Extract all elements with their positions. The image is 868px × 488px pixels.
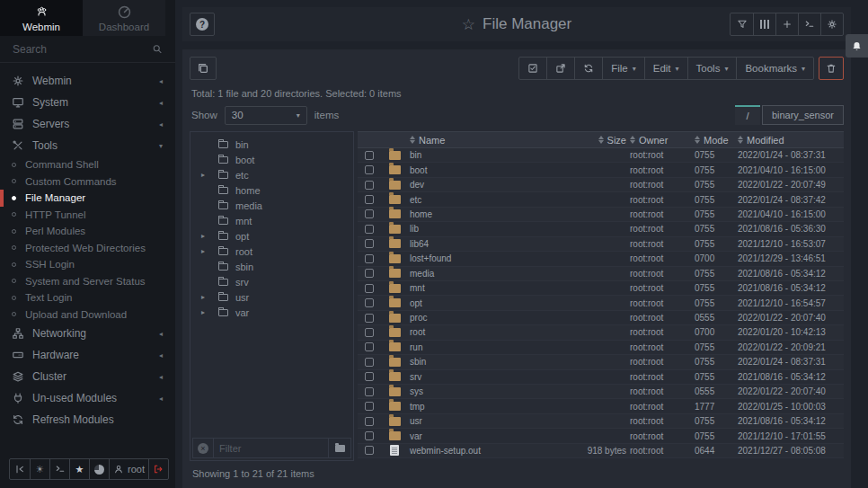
row-checkbox[interactable] <box>365 254 374 263</box>
favorites-button[interactable]: ★ <box>69 459 89 479</box>
refresh-button[interactable] <box>574 58 602 79</box>
file-name[interactable]: media <box>408 269 545 279</box>
search-input[interactable] <box>13 43 152 56</box>
row-checkbox[interactable] <box>365 417 374 426</box>
collapse-sidebar-button[interactable] <box>10 459 30 479</box>
tree-item[interactable]: ▸ usr <box>190 289 353 305</box>
sidebar-category[interactable]: Webmin ◂ <box>0 70 175 92</box>
sidebar-category[interactable]: Hardware ◂ <box>0 344 175 366</box>
tree-item[interactable]: srv <box>190 274 353 289</box>
sidebar-category[interactable]: System ◂ <box>0 92 175 113</box>
tree-item[interactable]: home <box>190 182 353 198</box>
row-checkbox[interactable] <box>365 181 374 190</box>
tab-webmin[interactable]: Webmin <box>0 0 83 36</box>
filter-input[interactable] <box>214 443 328 454</box>
table-row[interactable]: opt root:root 0755 2021/12/10 - 16:54:57 <box>358 296 844 310</box>
file-name[interactable]: var <box>408 431 545 441</box>
column-size[interactable]: Size <box>545 135 628 146</box>
theme-button[interactable]: ☀ <box>30 459 49 479</box>
table-row[interactable]: lib root:root 0755 2021/08/16 - 05:36:30 <box>358 222 844 236</box>
file-name[interactable]: etc <box>408 195 545 205</box>
row-checkbox[interactable] <box>365 269 374 278</box>
usage-button[interactable] <box>89 459 109 479</box>
clear-filter-icon[interactable]: × <box>198 443 208 454</box>
table-row[interactable]: lost+found root:root 0700 2021/12/29 - 1… <box>358 252 844 266</box>
help-button[interactable]: ? <box>190 13 215 36</box>
file-name[interactable]: home <box>408 209 545 219</box>
row-checkbox[interactable] <box>365 431 374 440</box>
file-name[interactable]: dev <box>408 180 545 190</box>
file-name[interactable]: webmin-setup.out <box>408 446 545 456</box>
row-checkbox[interactable] <box>365 372 374 381</box>
file-name[interactable]: bin <box>408 150 545 160</box>
tree-item[interactable]: media <box>190 198 353 213</box>
tree-item[interactable]: boot <box>190 152 353 167</box>
column-owner[interactable]: Owner <box>628 135 693 146</box>
tree-item[interactable]: ▸ var <box>190 305 353 320</box>
sidebar-item[interactable]: Custom Commands <box>0 173 175 191</box>
breadcrumb-current[interactable]: binary_sensor <box>762 105 844 125</box>
row-checkbox[interactable] <box>365 314 374 323</box>
row-checkbox[interactable] <box>365 446 374 455</box>
tree-item[interactable]: bin <box>190 137 353 152</box>
column-mode[interactable]: Mode <box>693 135 736 146</box>
row-checkbox[interactable] <box>365 151 374 160</box>
expand-caret-icon[interactable]: ▸ <box>201 171 205 179</box>
open-in-new-button[interactable] <box>546 58 574 79</box>
table-row[interactable]: root root:root 0700 2022/01/20 - 10:42:1… <box>358 325 844 340</box>
table-row[interactable]: media root:root 0755 2021/08/16 - 05:34:… <box>358 267 844 281</box>
row-checkbox[interactable] <box>365 195 374 204</box>
file-name[interactable]: usr <box>408 416 545 426</box>
sidebar-category[interactable]: Refresh Modules <box>0 409 175 430</box>
sidebar-item[interactable]: System and Server Status <box>0 273 175 290</box>
row-checkbox[interactable] <box>365 225 374 234</box>
tree-item[interactable]: ▸ opt <box>190 228 353 244</box>
sidebar-item[interactable]: HTTP Tunnel <box>0 207 175 224</box>
sidebar-category[interactable]: Cluster ◂ <box>0 366 175 387</box>
table-row[interactable]: home root:root 0755 2021/04/10 - 16:15:0… <box>358 208 844 222</box>
sidebar-category[interactable]: Networking ◂ <box>0 323 175 344</box>
sidebar-item[interactable]: Upload and Download <box>0 306 175 324</box>
row-checkbox[interactable] <box>365 328 374 337</box>
console-button[interactable] <box>798 13 820 35</box>
file-name[interactable]: root <box>408 327 545 337</box>
sidebar-item[interactable]: Perl Modules <box>0 223 175 240</box>
file-name[interactable]: sys <box>408 386 545 396</box>
file-name[interactable]: boot <box>408 165 545 175</box>
bookmarks-menu[interactable]: Bookmarks▾ <box>736 58 813 79</box>
notifications-handle[interactable] <box>846 34 868 58</box>
row-checkbox[interactable] <box>365 342 374 351</box>
table-row[interactable]: mnt root:root 0755 2021/08/16 - 05:34:12 <box>358 281 844 296</box>
row-checkbox[interactable] <box>365 358 374 367</box>
table-row[interactable]: run root:root 0755 2022/01/22 - 20:09:21 <box>358 341 844 355</box>
file-name[interactable]: mnt <box>408 283 545 293</box>
row-checkbox[interactable] <box>365 239 374 248</box>
table-row[interactable]: sbin root:root 0755 2022/01/24 - 08:37:3… <box>358 355 844 369</box>
table-row[interactable]: var root:root 0755 2021/12/10 - 17:01:55 <box>358 429 844 443</box>
columns-button[interactable] <box>753 13 775 35</box>
select-all-button[interactable] <box>519 58 546 79</box>
file-name[interactable]: opt <box>408 298 545 308</box>
file-name[interactable]: lib64 <box>408 239 545 249</box>
column-modified[interactable]: Modified <box>736 135 844 146</box>
breadcrumb-root[interactable]: / <box>735 105 760 125</box>
tree-item[interactable]: ▸ etc <box>190 167 353 182</box>
edit-menu[interactable]: Edit▾ <box>644 58 687 79</box>
tree-item[interactable]: ▸ root <box>190 244 353 259</box>
tree-folder-button[interactable] <box>329 439 350 457</box>
table-row[interactable]: lib64 root:root 0755 2021/12/10 - 16:53:… <box>358 237 844 252</box>
file-name[interactable]: run <box>408 342 545 352</box>
row-checkbox[interactable] <box>365 298 374 307</box>
file-name[interactable]: lib <box>408 224 545 234</box>
add-button[interactable] <box>775 13 798 35</box>
row-checkbox[interactable] <box>365 284 374 293</box>
expand-caret-icon[interactable]: ▸ <box>201 293 205 301</box>
sidebar-item[interactable]: Command Shell <box>0 156 175 173</box>
trash-button[interactable] <box>819 57 844 80</box>
sidebar-category[interactable]: Un-used Modules ◂ <box>0 387 175 409</box>
terminal-button[interactable] <box>49 459 69 479</box>
table-row[interactable]: dev root:root 0755 2022/01/22 - 20:07:49 <box>358 178 844 192</box>
table-row[interactable]: usr root:root 0755 2021/08/16 - 05:34:12 <box>358 414 844 429</box>
file-name[interactable]: tmp <box>408 402 545 412</box>
file-name[interactable]: proc <box>408 313 545 323</box>
